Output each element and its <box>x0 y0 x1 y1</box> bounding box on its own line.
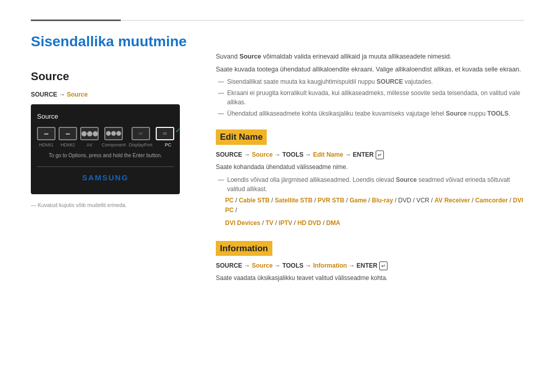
tv-icon-label-component: Component <box>102 142 126 149</box>
edit-name-bullet: — Loendis võivad olla järgmised allikase… <box>216 175 524 194</box>
tv-icon-label-pc: PC <box>165 142 172 149</box>
tv-icon-pc: ▭ ✓ PC <box>156 127 181 149</box>
intro-line-1: Suvand Source võimaldab valida erinevaid… <box>216 51 524 62</box>
tv-icon-box-hdmi2: ▬ <box>59 127 77 140</box>
dash-icon-3: — <box>218 109 224 118</box>
intro-bullet-3: — Ühendatud allikaseadmete kohta üksikas… <box>216 109 524 118</box>
information-path: SOURCE → Source → TOOLS → Information → … <box>216 261 524 270</box>
edit-name-desc: Saate kohandada ühendatud välisseadme ni… <box>216 162 524 172</box>
right-arrow-icon: › <box>185 132 188 143</box>
tv-icon-box-hdmi1: ▬ <box>37 127 55 140</box>
tv-icon-box-displayport: ▭ <box>132 127 150 140</box>
tv-icon-label-hdmi2: HDMI2 <box>61 142 75 149</box>
enter-icon-2: ↵ <box>379 262 387 270</box>
information-desc: Saate vaadata üksikasjalikku teavet vali… <box>216 273 524 283</box>
nav-prefix: SOURCE → <box>31 91 67 98</box>
hdmi2-icon: ▬ <box>66 130 70 137</box>
tv-icon-displayport: ▭ DisplayPort <box>129 127 153 149</box>
left-column: Sisendallika muutmine Source SOURCE → So… <box>31 31 195 287</box>
tv-icon-box-av: ⬤⬤⬤ <box>80 127 99 140</box>
page-container: Sisendallika muutmine Source SOURCE → So… <box>0 0 555 307</box>
source-bold-1: Source <box>239 53 261 60</box>
image-caption: Kuvatud kujutis võib mudeliti erineda. <box>31 201 195 210</box>
intro-bullet-1: — Sisendallikat saate muuta ka kaugjuhti… <box>216 77 524 86</box>
dash-icon-1: — <box>218 77 224 86</box>
dash-icon-4: — <box>218 175 224 194</box>
av-icon: ⬤⬤⬤ <box>81 129 98 137</box>
devices-list: PC / Cable STB / Satellite STB / PVR STB… <box>216 196 524 229</box>
section-title: Source <box>31 68 195 85</box>
edit-name-title: Edit Name <box>216 129 267 145</box>
tv-icon-component: ⬤⬤⬤ Component <box>102 127 126 149</box>
pc-icon: ▭ <box>163 130 167 137</box>
tv-screen: Source ▬ HDMI1 ▬ HDMI2 <box>31 104 180 194</box>
component-icon: ⬤⬤⬤ <box>106 130 121 137</box>
source-nav: SOURCE → Source <box>31 90 195 99</box>
tv-icon-label-av: AV <box>86 142 92 149</box>
devices-line-2: DVI Devices / TV / IPTV / HD DVD / DMA <box>225 218 524 228</box>
edit-name-path: SOURCE → Source → TOOLS → Edit Name → EN… <box>216 150 524 159</box>
displayport-icon: ▭ <box>139 130 143 137</box>
samsung-logo: SAMSUNG <box>37 172 174 184</box>
tv-icon-hdmi2: ▬ HDMI2 <box>59 127 77 149</box>
tv-screen-title: Source <box>37 111 174 122</box>
tv-icon-box-component: ⬤⬤⬤ <box>104 127 123 140</box>
devices-line-1: PC / Cable STB / Satellite STB / PVR STB… <box>225 196 524 215</box>
intro-line-2: Saate kuvada tootega ühendatud allikaloe… <box>216 64 524 74</box>
tv-icon-label-hdmi1: HDMI1 <box>39 142 53 149</box>
tv-icon-box-pc: ▭ <box>156 127 174 140</box>
page-title: Sisendallika muutmine <box>31 31 195 52</box>
tv-bottom-line <box>37 166 174 167</box>
checkmark-icon: ✓ <box>175 127 181 134</box>
right-column: Suvand Source võimaldab valida erinevaid… <box>216 51 524 287</box>
tv-icon-hdmi1: ▬ HDMI1 <box>37 127 55 149</box>
nav-link: Source <box>67 91 88 98</box>
tv-icon-label-displayport: DisplayPort <box>129 142 153 149</box>
hdmi1-icon: ▬ <box>44 130 48 137</box>
tv-icon-av: ⬤⬤⬤ AV <box>80 127 99 149</box>
enter-icon-1: ↵ <box>376 151 384 159</box>
dash-icon-2: — <box>218 88 224 107</box>
intro-bullet-2: — Ekraani ei pruugita korralikult kuvada… <box>216 88 524 107</box>
tv-hint: To go to Options, press and hold the Ent… <box>37 152 174 159</box>
information-title: Information <box>216 241 272 256</box>
